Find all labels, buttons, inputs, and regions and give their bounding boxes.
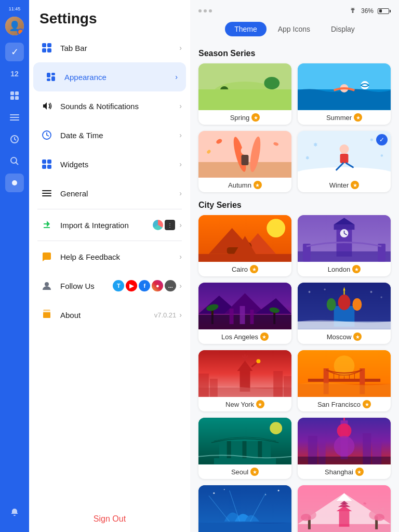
theme-card-cairo[interactable]: Cairo ★ <box>198 215 291 276</box>
svg-rect-68 <box>198 254 291 262</box>
general-label: General <box>60 189 179 198</box>
tab-app-icons[interactable]: App Icons <box>269 22 320 36</box>
svg-point-161 <box>374 514 384 521</box>
about-label: About <box>60 311 154 320</box>
svg-text:❄: ❄ <box>324 288 326 291</box>
settings-item-tab-bar[interactable]: Tab Bar › <box>29 33 190 62</box>
svg-rect-22 <box>42 165 46 169</box>
theme-top-bar: 36% <box>190 0 399 18</box>
settings-item-widgets[interactable]: Widgets › <box>29 150 190 179</box>
calendar-nav-icon[interactable]: 12 <box>5 64 24 83</box>
avatar[interactable]: 👤 <box>5 17 24 35</box>
notification-badge <box>17 29 24 35</box>
spring-premium-icon: ★ <box>251 113 260 122</box>
theme-tab-bar: Theme App Icons Display <box>190 18 399 41</box>
tab-display[interactable]: Display <box>322 22 364 36</box>
seoul-label: Seoul ★ <box>198 464 291 479</box>
shanghai-label: Shanghai ★ <box>298 464 391 479</box>
status-time: 11:45 <box>9 6 21 11</box>
svg-rect-25 <box>42 193 51 194</box>
theme-card-new-york[interactable]: New York ★ <box>198 350 291 411</box>
svg-rect-26 <box>42 195 51 196</box>
theme-card-tokyo[interactable]: Tokyo ★ <box>298 485 391 532</box>
sounds-label: Sounds & Notifications <box>60 102 179 111</box>
svg-rect-115 <box>284 376 291 397</box>
settings-item-follow[interactable]: Follow Us T ▶ f ● ... › <box>29 271 190 300</box>
svg-rect-14 <box>47 48 51 52</box>
social-badges: T ▶ f ● ... <box>113 280 176 291</box>
svg-point-97 <box>338 295 351 310</box>
svg-point-147 <box>224 489 225 490</box>
svg-point-8 <box>11 157 17 163</box>
settings-item-import[interactable]: Import & Integration ⋮ › <box>29 210 190 240</box>
clock-nav-icon[interactable] <box>5 130 24 149</box>
london-label: London ★ <box>298 262 391 276</box>
svg-rect-3 <box>15 96 19 100</box>
theme-card-san-francisco[interactable]: San Francisco ★ <box>298 350 391 411</box>
settings-item-help[interactable]: Help & Feedback › <box>29 242 190 271</box>
autumn-image <box>198 131 291 178</box>
svg-point-42 <box>361 81 369 89</box>
svg-point-145 <box>213 493 215 494</box>
appearance-label: Appearance <box>64 73 175 82</box>
bell-nav-icon[interactable] <box>5 503 24 522</box>
settings-item-general[interactable]: General › <box>29 179 190 208</box>
season-series-title: Season Series <box>198 49 391 58</box>
svg-rect-88 <box>230 309 234 324</box>
sign-out-button[interactable]: Sign Out <box>29 506 190 532</box>
svg-rect-34 <box>214 90 230 95</box>
theme-card-sydney[interactable]: Sydney ★ <box>198 485 291 532</box>
svg-line-36 <box>240 91 261 92</box>
svg-text:❄: ❄ <box>370 290 373 294</box>
winter-label: Winter ★ <box>298 178 391 192</box>
svg-text:❄: ❄ <box>370 138 374 142</box>
theme-card-seoul[interactable]: Seoul ★ <box>198 418 291 479</box>
dash-nav-icon[interactable] <box>5 108 24 127</box>
settings-item-datetime[interactable]: Date & Time › <box>29 121 190 150</box>
svg-rect-112 <box>198 374 209 397</box>
svg-rect-130 <box>227 441 231 459</box>
svg-rect-1 <box>15 91 19 95</box>
svg-point-99 <box>352 298 362 311</box>
svg-rect-16 <box>51 73 55 75</box>
svg-rect-24 <box>42 190 51 191</box>
theme-card-summer[interactable]: Summer ★ <box>298 63 391 125</box>
theme-card-spring[interactable]: Spring ★ <box>198 63 291 125</box>
tab-theme[interactable]: Theme <box>225 22 267 36</box>
checkmark-nav-icon[interactable]: ✓ <box>5 43 24 61</box>
svg-rect-0 <box>10 91 14 95</box>
la-image <box>198 283 291 329</box>
svg-point-54 <box>340 144 349 154</box>
youtube-icon: ▶ <box>126 280 137 291</box>
dot-nav-icon[interactable] <box>5 174 24 192</box>
grid-nav-icon[interactable] <box>5 86 24 105</box>
winter-image: ❄ ❄ ❄ ❄ ✓ <box>298 131 391 178</box>
settings-item-sounds[interactable]: Sounds & Notifications › <box>29 91 190 121</box>
theme-card-shanghai[interactable]: Shanghai ★ <box>298 418 391 479</box>
theme-card-london[interactable]: London ★ <box>298 215 391 276</box>
svg-rect-2 <box>10 96 14 100</box>
datetime-label: Date & Time <box>60 131 179 140</box>
svg-point-67 <box>244 242 252 250</box>
other-social-icon: ... <box>165 280 176 291</box>
battery-level: 36% <box>361 7 374 15</box>
theme-card-autumn[interactable]: Autumn ★ <box>198 131 291 192</box>
theme-card-los-angeles[interactable]: Los Angeles ★ <box>198 283 291 344</box>
help-icon <box>39 249 54 264</box>
theme-card-moscow[interactable]: ❄ ❄ ❄ ❄ <box>298 283 391 344</box>
svg-point-136 <box>337 423 352 438</box>
general-icon <box>39 186 54 201</box>
theme-card-winter[interactable]: ❄ ❄ ❄ ❄ ✓ Winter ★ <box>298 131 391 192</box>
svg-point-137 <box>334 436 355 457</box>
settings-item-appearance[interactable]: Appearance › <box>33 62 186 91</box>
svg-point-158 <box>301 514 311 521</box>
svg-text:❄: ❄ <box>380 154 383 157</box>
svg-rect-15 <box>47 73 50 77</box>
svg-point-128 <box>270 422 282 434</box>
tab-bar-icon <box>39 41 54 55</box>
settings-item-about[interactable]: About v7.0.21 › <box>29 300 190 329</box>
search-nav-icon[interactable] <box>5 152 24 170</box>
help-label: Help & Feedback <box>60 252 179 261</box>
summer-label: Summer ★ <box>298 110 391 125</box>
spring-label: Spring ★ <box>198 110 291 125</box>
